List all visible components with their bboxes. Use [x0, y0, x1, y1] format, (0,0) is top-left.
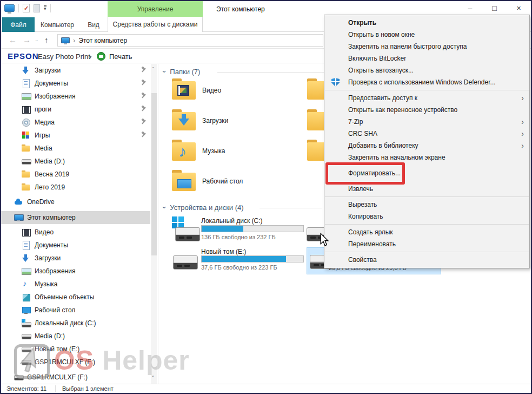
breadcrumb[interactable]: Этот компьютер	[78, 37, 127, 44]
scroll-up-icon[interactable]: ›	[150, 67, 156, 69]
menu-item-autoplay[interactable]: Открыть автозапуск...	[324, 64, 529, 76]
menu-item-7zip[interactable]: 7-Zip ›	[324, 116, 529, 128]
address-bar[interactable]: › Этот компьютер	[57, 34, 323, 47]
back-icon[interactable]: ←	[9, 35, 17, 44]
sidebar-item-label: Видео	[35, 228, 54, 236]
tab-view[interactable]: Вид	[81, 17, 106, 32]
pin-icon	[141, 107, 146, 111]
drive-icon-e[interactable]	[173, 255, 198, 270]
menu-item-copy[interactable]: Копировать	[324, 211, 529, 222]
menu-item-label: 7-Zip	[348, 118, 363, 126]
contextual-tab-header: Управление	[108, 1, 203, 17]
desktop-icon	[22, 306, 30, 314]
collapse-icon[interactable]: ›	[161, 206, 169, 208]
folder-icon-desktop[interactable]	[172, 173, 196, 191]
sidebar-item-media-pinned[interactable]: Медиа	[1, 116, 150, 129]
menu-item-label: Переименовать	[348, 240, 396, 248]
sidebar-item-progi[interactable]: проги	[1, 103, 150, 116]
sidebar-item-media-d[interactable]: Media (D:)	[1, 155, 150, 168]
drive-name[interactable]: Локальный диск (C:)	[201, 217, 263, 225]
folder-tile-label[interactable]: Видео	[202, 87, 221, 94]
games-icon	[22, 131, 30, 140]
sidebar-item-pictures[interactable]: Изображения	[1, 265, 150, 278]
menu-item-properties[interactable]: Свойства	[324, 254, 529, 266]
sidebar-item-label: Media	[35, 145, 52, 152]
computer-icon[interactable]	[4, 4, 15, 12]
epson-print-button[interactable]: Печать	[109, 52, 132, 61]
picture-icon	[22, 92, 30, 101]
tab-file[interactable]: Файл	[2, 17, 35, 32]
menu-item-cut[interactable]: Вырезать	[324, 199, 529, 211]
history-dropdown-icon[interactable]: ›	[34, 40, 39, 42]
forward-icon[interactable]: →	[23, 35, 31, 44]
tab-drive-tools[interactable]: Средства работы с дисками	[108, 17, 203, 32]
menu-item-open-portable[interactable]: Открыть как переносное устройство	[324, 104, 529, 116]
sidebar-item-local-disk-c[interactable]: Локальный диск (C:)	[1, 317, 150, 330]
menu-item-crc-sha[interactable]: CRC SHA ›	[324, 128, 529, 140]
properties-icon[interactable]	[23, 4, 30, 12]
sidebar-scrollbar-thumb[interactable]	[151, 93, 157, 255]
group-header-folders[interactable]: › Папки (7)	[163, 68, 200, 76]
sidebar-item-documents[interactable]: Документы	[1, 239, 150, 252]
menu-item-pin-to-start[interactable]: Закрепить на начальном экране	[324, 152, 529, 163]
menu-item-bitlocker[interactable]: Включить BitLocker	[324, 52, 529, 64]
context-menu: Открыть Открыть в новом окне Закрепить н…	[324, 15, 530, 268]
sidebar-item-onedrive[interactable]: OneDrive	[1, 195, 150, 208]
maximize-button[interactable]: □	[482, 1, 507, 15]
sidebar-item-videos[interactable]: Видео	[1, 226, 150, 239]
customize-toolbar-icon[interactable]: ▾	[44, 5, 46, 11]
folder-tile-label[interactable]: Рабочий стол	[202, 178, 243, 185]
folder-icon-downloads[interactable]	[172, 112, 196, 130]
folder-icon-videos[interactable]	[172, 81, 196, 100]
sidebar-item-label: Объемные объекты	[35, 293, 94, 301]
epson-dropdown-icon[interactable]: ▾	[89, 54, 92, 60]
sidebar-item-spring2019[interactable]: Весна 2019	[1, 168, 150, 181]
sidebar-item-desktop[interactable]: Рабочий стол	[1, 304, 150, 317]
tab-computer[interactable]: Компьютер	[38, 17, 77, 32]
screen-overlay-icon	[177, 179, 191, 188]
watermark-helper: Helper	[102, 345, 190, 376]
menu-item-add-to-library[interactable]: Добавить в библиотеку ›	[324, 140, 529, 152]
drive-icon-c[interactable]	[175, 227, 200, 241]
group-header-drives[interactable]: › Устройства и диски (4)	[163, 203, 244, 212]
folder-icon-music[interactable]: ♪	[172, 142, 196, 161]
sidebar-item-documents-pinned[interactable]: Документы	[1, 77, 150, 90]
menu-item-pin-quick-access[interactable]: Закрепить на панели быстрого доступа	[324, 41, 529, 52]
sidebar-item-label: проги	[35, 106, 51, 113]
folder-tile-label[interactable]: Загрузки	[202, 117, 228, 124]
quick-access-toolbar: ▾	[4, 4, 51, 12]
sidebar-item-label: Игры	[35, 132, 50, 139]
sidebar-item-games[interactable]: Игры	[1, 129, 150, 142]
menu-item-rename[interactable]: Переименовать	[324, 238, 529, 250]
menu-item-give-access[interactable]: Предоставить доступ к ›	[324, 92, 529, 104]
collapse-icon[interactable]: ›	[161, 70, 169, 73]
drive-name[interactable]: Новый том (E:)	[201, 248, 246, 255]
sidebar-item-summer2019[interactable]: Лето 2019	[1, 181, 150, 194]
sidebar-item-pictures-pinned[interactable]: Изображения	[1, 90, 150, 103]
menu-item-eject[interactable]: Извлечь	[324, 183, 529, 195]
sidebar-item-downloads-pinned[interactable]: Загрузки	[1, 64, 150, 77]
menu-item-label: Извлечь	[348, 185, 373, 193]
sidebar-item-media-folder[interactable]: Media	[1, 142, 150, 155]
menu-item-create-shortcut[interactable]: Создать ярлык	[324, 226, 529, 238]
printer-icon[interactable]	[97, 52, 105, 61]
new-folder-icon[interactable]	[34, 4, 40, 12]
close-button[interactable]: ×	[507, 1, 531, 15]
navigation-pane: Загрузки Документы Изображения проги Мед…	[1, 64, 150, 386]
folder-tile-label[interactable]: Музыка	[202, 147, 225, 155]
menu-item-label: Свойства	[348, 256, 377, 264]
sidebar-item-label: Media (D:)	[35, 157, 65, 165]
disk-usage-bar	[201, 225, 304, 232]
up-icon[interactable]: ↑	[44, 35, 49, 44]
sidebar-item-music[interactable]: Музыка	[1, 278, 150, 291]
sidebar-item-3d-objects[interactable]: Объемные объекты	[1, 291, 150, 304]
sidebar-item-this-pc[interactable]: Этот компьютер	[1, 211, 150, 224]
menu-item-open[interactable]: Открыть	[324, 17, 529, 29]
menu-item-defender-scan[interactable]: Проверка с использованием Windows Defend…	[324, 76, 529, 88]
folder-icon	[22, 144, 30, 153]
sidebar-item-label: Документы	[35, 80, 68, 87]
sidebar-item-downloads[interactable]: Загрузки	[1, 252, 150, 265]
menu-item-open-new-window[interactable]: Открыть в новом окне	[324, 29, 529, 41]
minimize-button[interactable]: –	[458, 1, 482, 15]
sidebar-item-media-d2[interactable]: Media (D:)	[1, 330, 150, 343]
